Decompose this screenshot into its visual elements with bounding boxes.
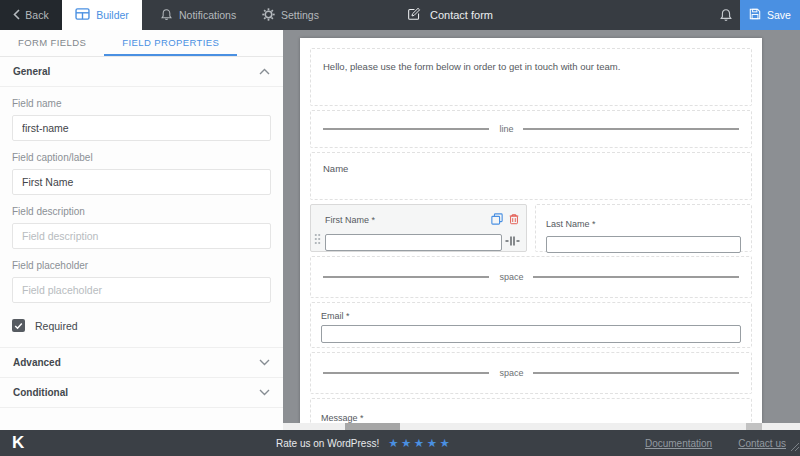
name-heading: Name <box>323 163 348 174</box>
section-general[interactable]: General <box>0 57 283 87</box>
section-advanced[interactable]: Advanced <box>0 348 283 378</box>
field-caption-input[interactable] <box>12 169 271 195</box>
space-divider-block[interactable]: space <box>310 256 752 298</box>
required-checkbox-row[interactable]: Required <box>0 319 283 332</box>
form-title: Contact form <box>430 9 493 21</box>
footer: K Rate us on WordPress! ★★★★★ Documentat… <box>0 430 800 456</box>
space-divider-label: space <box>489 368 533 378</box>
email-field-block[interactable]: Email * <box>310 302 752 348</box>
divider-line <box>323 276 489 278</box>
tab-notifications-label: Notifications <box>179 9 236 21</box>
section-advanced-label: Advanced <box>13 357 61 368</box>
field-name-input[interactable] <box>12 115 271 141</box>
bell-icon <box>160 8 173 23</box>
tab-settings-label: Settings <box>281 9 319 21</box>
tab-builder[interactable]: Builder <box>62 0 142 30</box>
duplicate-icon[interactable] <box>491 211 503 229</box>
last-name-label: Last Name * <box>546 219 596 229</box>
email-input[interactable] <box>321 325 741 343</box>
section-general-label: General <box>13 66 50 77</box>
field-caption-group: Field caption/label <box>0 152 283 195</box>
divider-line <box>533 276 739 278</box>
field-description-input[interactable] <box>12 223 271 249</box>
resize-grip-icon[interactable] <box>790 437 799 455</box>
tab-form-fields[interactable]: FORM FIELDS <box>0 30 104 56</box>
save-label: Save <box>767 9 791 21</box>
documentation-link[interactable]: Documentation <box>645 438 712 449</box>
form-title-group: Contact form <box>407 0 493 30</box>
required-checkbox[interactable] <box>12 319 25 332</box>
section-conditional[interactable]: Conditional <box>0 378 283 408</box>
divider-line <box>323 128 489 130</box>
email-label: Email * <box>321 311 741 321</box>
chevron-down-icon <box>259 387 270 398</box>
scrollbar-thumb-right[interactable] <box>746 423 762 430</box>
field-caption-label: Field caption/label <box>12 152 271 163</box>
rating-stars[interactable]: ★★★★★ <box>388 436 452 450</box>
builder-workspace: Hello, please use the form below in orde… <box>283 30 800 430</box>
divider-line <box>533 372 739 374</box>
tab-builder-label: Builder <box>96 9 129 21</box>
field-name-label: Field name <box>12 98 271 109</box>
field-description-label: Field description <box>12 206 271 217</box>
topbar: Back Builder Notifications <box>0 0 800 30</box>
back-label: Back <box>25 9 48 21</box>
last-name-field-block[interactable]: Last Name * <box>535 204 752 252</box>
builder-icon <box>75 8 90 22</box>
space-divider-label: space <box>489 272 533 282</box>
horizontal-scrollbar[interactable] <box>283 423 800 430</box>
sidebar-tabs: FORM FIELDS FIELD PROPERTIES <box>0 30 283 57</box>
kali-forms-logo: K <box>12 430 24 456</box>
notifications-bell-icon[interactable] <box>714 0 738 30</box>
chevron-up-icon <box>259 66 270 77</box>
tab-settings[interactable]: Settings <box>262 0 319 30</box>
message-field-block[interactable]: Message * <box>310 398 752 423</box>
contact-us-link[interactable]: Contact us <box>738 438 786 449</box>
chevron-left-icon <box>13 9 20 22</box>
section-conditional-label: Conditional <box>13 387 68 398</box>
message-label: Message * <box>321 413 364 423</box>
line-divider-label: line <box>489 124 523 134</box>
rate-group: Rate us on WordPress! ★★★★★ <box>276 430 452 456</box>
save-button[interactable]: Save <box>740 0 800 30</box>
divider-line <box>523 128 739 130</box>
first-name-label: First Name * <box>325 215 491 225</box>
space-divider-block-2[interactable]: space <box>310 352 752 394</box>
delete-icon[interactable] <box>508 211 520 229</box>
tab-field-properties[interactable]: FIELD PROPERTIES <box>104 30 237 56</box>
first-name-field-block[interactable]: First Name * <box>310 204 527 252</box>
sidebar: FORM FIELDS FIELD PROPERTIES General Fie… <box>0 30 283 430</box>
text-block[interactable]: Hello, please use the form below in orde… <box>310 48 752 106</box>
floppy-icon <box>749 8 761 22</box>
form-canvas: Hello, please use the form below in orde… <box>300 38 762 423</box>
edit-icon[interactable] <box>407 7 421 23</box>
field-description-group: Field description <box>0 206 283 249</box>
field-placeholder-label: Field placeholder <box>12 260 271 271</box>
required-label: Required <box>35 320 78 332</box>
first-name-input[interactable] <box>325 234 502 251</box>
drag-handle-icon[interactable] <box>314 231 321 249</box>
chevron-down-icon <box>259 357 270 368</box>
tab-notifications[interactable]: Notifications <box>160 0 236 30</box>
name-heading-block[interactable]: Name <box>310 152 752 200</box>
divider-line <box>323 372 489 374</box>
resize-handle-icon[interactable] <box>505 233 520 251</box>
field-placeholder-group: Field placeholder <box>0 260 283 303</box>
gear-icon <box>262 8 275 23</box>
line-divider-block[interactable]: line <box>310 110 752 148</box>
scrollbar-thumb[interactable] <box>345 423 400 430</box>
rate-text: Rate us on WordPress! <box>276 438 379 449</box>
field-placeholder-input[interactable] <box>12 277 271 303</box>
back-button[interactable]: Back <box>0 0 62 30</box>
footer-links: Documentation Contact us <box>645 430 786 456</box>
last-name-input[interactable] <box>546 236 741 253</box>
field-name-group: Field name <box>0 98 283 141</box>
name-fields-row: First Name * <box>310 204 752 252</box>
intro-text: Hello, please use the form below in orde… <box>323 61 620 72</box>
